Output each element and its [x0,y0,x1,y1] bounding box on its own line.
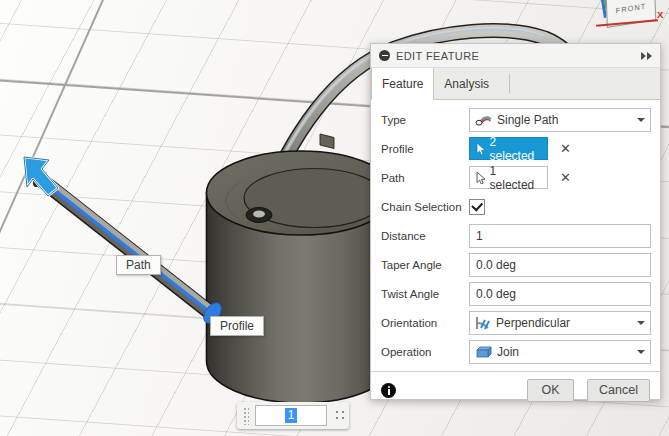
path-tag: Path [116,255,161,275]
path-select-button[interactable]: 1 selected [469,166,548,189]
dialog-tabs: Feature Analysis [371,68,660,100]
info-icon[interactable] [381,383,396,398]
operation-label: Operation [381,346,469,358]
distance-label: Distance [381,230,469,242]
profile-tag-label: Profile [220,319,254,333]
profile-count: 2 selected [490,135,542,163]
taper-angle-input[interactable] [469,253,651,277]
orientation-label: Orientation [381,317,469,329]
tab-analysis-label: Analysis [444,77,489,91]
type-value: Single Path [497,113,558,127]
tab-divider [509,74,510,93]
profile-label: Profile [381,143,469,155]
join-icon [475,345,492,359]
twist-angle-input[interactable] [469,282,651,306]
tab-feature-label: Feature [382,77,423,91]
chevron-down-icon [637,118,645,122]
operation-dropdown[interactable]: Join [469,340,651,364]
row-twist-angle: Twist Angle [381,279,651,308]
path-count: 1 selected [490,164,542,192]
path-tag-label: Path [126,258,151,272]
cursor-icon [475,142,486,155]
distance-input[interactable] [469,224,651,248]
x-axis-label: X [657,9,663,20]
collapse-panel-icon[interactable] [641,52,652,60]
path-clear-icon[interactable]: ✕ [560,170,571,185]
distance-mini-value: 1 [285,408,298,423]
cursor-icon [475,171,486,184]
orientation-dropdown[interactable]: Perpendicular [469,311,651,335]
dialog-title: EDIT FEATURE [396,50,635,62]
spout-path[interactable] [30,169,225,327]
checkmark-icon [471,199,483,211]
dimension-minibar: 1 [237,402,349,429]
dialog-header[interactable]: EDIT FEATURE [371,44,660,68]
chevron-down-icon [637,321,645,325]
minibar-drag-grip[interactable] [242,406,249,425]
chain-selection-label: Chain Selection [381,201,469,213]
perpendicular-icon [475,316,491,330]
type-label: Type [381,114,469,126]
viewcube[interactable]: FRONT X [594,0,669,32]
row-distance: Distance [381,221,651,250]
opening-step-tab [320,134,334,149]
feature-badge-icon [379,50,390,61]
row-operation: Operation Join [381,337,651,366]
distance-mini-input[interactable]: 1 [255,405,327,426]
row-taper-angle: Taper Angle [381,250,651,279]
taper-angle-label: Taper Angle [381,259,469,271]
row-path: Path 1 selected ✕ [381,163,651,192]
row-type: Type Single Path [381,105,651,134]
selected-path-highlight [40,179,212,314]
manipulator-arrow[interactable] [24,157,58,196]
sweep-icon [475,114,492,126]
path-label: Path [381,172,469,184]
tab-analysis[interactable]: Analysis [434,68,499,99]
ok-button[interactable]: OK [527,379,574,402]
row-profile: Profile 2 selected ✕ [381,134,651,163]
profile-tag: Profile [210,316,264,336]
operation-value: Join [497,345,519,359]
minibar-options-grip[interactable] [333,408,344,423]
viewcube-face-label: FRONT [616,1,647,15]
dialog-body: Type Single Path Profile 2 selected ✕ [371,100,660,366]
profile-select-button[interactable]: 2 selected [469,137,548,160]
row-orientation: Orientation Perpendicular [381,308,651,337]
row-chain-selection: Chain Selection [381,192,651,221]
tab-feature[interactable]: Feature [371,68,434,100]
orientation-value: Perpendicular [496,316,570,330]
watering-can-body[interactable] [207,134,396,403]
profile-clear-icon[interactable]: ✕ [560,141,571,156]
dialog-footer: OK Cancel [371,371,660,408]
chevron-down-icon [637,350,645,354]
edit-feature-dialog: EDIT FEATURE Feature Analysis Type Singl… [370,43,661,400]
twist-angle-label: Twist Angle [381,288,469,300]
type-dropdown[interactable]: Single Path [469,108,651,132]
cancel-button[interactable]: Cancel [587,379,650,402]
chain-selection-checkbox[interactable] [469,199,485,215]
